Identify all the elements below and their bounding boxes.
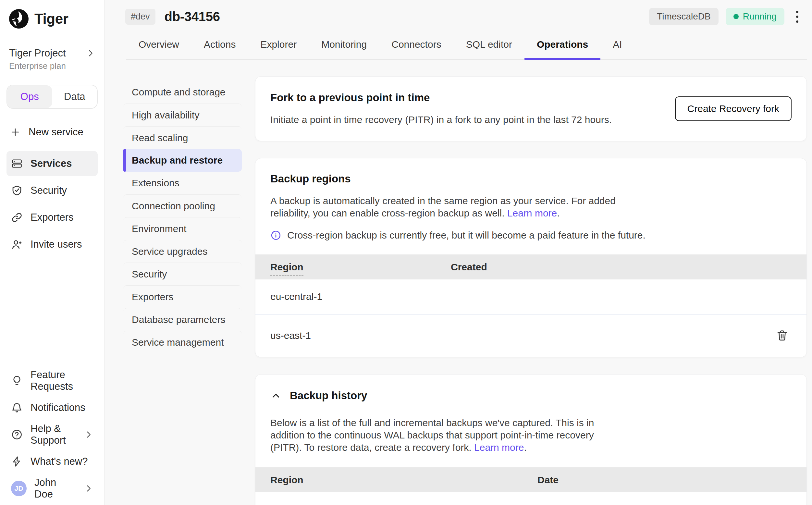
learn-more-link[interactable]: Learn more [474,442,524,453]
new-service-button[interactable]: New service [6,126,98,138]
column-header-created: Created [436,255,760,280]
fork-card-title: Fork to a previous point in time [270,92,612,104]
plus-icon [10,127,21,138]
delete-region-button[interactable] [775,328,790,343]
notifications-button[interactable]: Notifications [6,395,98,420]
learn-more-link[interactable]: Learn more [507,208,557,218]
toggle-option-ops[interactable]: Ops [7,86,52,108]
env-badge: #dev [125,9,156,25]
subnav-item-extensions[interactable]: Extensions [123,172,242,194]
create-recovery-fork-button[interactable]: Create Recovery fork [675,97,792,121]
tab-sql-editor[interactable]: SQL editor [454,39,525,59]
project-switcher[interactable]: Tiger Project [6,47,98,59]
foot-item-label: Notifications [30,402,85,413]
service-header: #dev db-34156 TimescaleDB Running [105,0,812,25]
subnav-item-compute-and-storage[interactable]: Compute and storage [123,81,242,104]
sidebar-footer: Feature Requests Notifications Help & Su… [6,368,98,501]
region-cell: eu-central-1 [255,280,436,314]
tab-connectors[interactable]: Connectors [379,39,453,59]
subnav-item-backup-and-restore[interactable]: Backup and restore [123,149,242,172]
user-name: John Doe [34,477,68,500]
created-cell [436,314,760,357]
sidebar-item-invite-users[interactable]: Invite users [6,232,98,257]
tab-monitoring[interactable]: Monitoring [309,39,379,59]
backup-regions-table: Region Created eu-central-1 us-east-1 [255,255,806,357]
tab-ai[interactable]: AI [600,39,634,59]
service-tabs: Overview Actions Explorer Monitoring Con… [126,39,807,60]
help-support-button[interactable]: Help & Support [6,422,98,447]
sidebar-item-label: Invite users [30,238,82,250]
question-circle-icon [11,429,23,441]
brand: Tiger [6,8,98,30]
info-note-text: Cross-region backup is currently free, b… [287,230,645,241]
lightbulb-icon [11,375,23,386]
table-row: eu-central-1 [255,280,806,314]
service-type-badge: TimescaleDB [649,8,718,25]
date-cell: 2025-10-06 17:53:13 GMT+3 [523,492,806,505]
status-label: Running [743,11,777,22]
subnav-item-environment[interactable]: Environment [123,217,242,240]
subnav-item-connection-pooling[interactable]: Connection pooling [123,194,242,217]
toggle-option-data[interactable]: Data [52,86,97,108]
sidebar-item-services[interactable]: Services [6,151,98,176]
sidebar-item-label: Exporters [30,212,74,223]
column-header-region: Region [255,467,523,492]
backup-regions-title: Backup regions [270,173,792,185]
trash-icon [776,329,788,341]
sidebar-item-label: Services [30,158,72,169]
foot-item-label: Help & Support [30,423,68,446]
tab-explorer[interactable]: Explorer [248,39,309,59]
subnav-item-database-parameters[interactable]: Database parameters [123,308,242,331]
status-badge: Running [726,8,784,25]
chevron-right-icon [84,484,93,493]
sidebar-item-label: Security [30,185,67,196]
region-cell: us-east-1 [255,314,436,357]
sidebar-nav: Services Security Exporters Invite users [6,151,98,257]
fork-card: Fork to a previous point in time Initiat… [255,76,807,141]
brand-name: Tiger [34,11,68,27]
collapse-backup-history-button[interactable] [270,390,281,401]
subnav-item-exporters[interactable]: Exporters [123,285,242,308]
tab-operations[interactable]: Operations [525,39,600,59]
subnav-item-read-scaling[interactable]: Read scaling [123,126,242,149]
kebab-menu-icon[interactable] [792,8,803,25]
link-icon [11,212,23,223]
avatar: JD [11,481,27,496]
chevron-up-icon [270,390,281,401]
backup-regions-description: A backup is automatically created in the… [270,195,647,219]
project-plan: Enterprise plan [6,59,98,71]
table-row: us-east-1 [255,314,806,357]
backup-history-table: Region Date eu-central-1 2025-10-06 17:5… [255,467,806,505]
ops-data-toggle: Ops Data [6,85,98,109]
sidebar-item-security[interactable]: Security [6,178,98,203]
cross-region-info-note: Cross-region backup is currently free, b… [270,230,792,241]
tab-actions[interactable]: Actions [191,39,248,59]
new-service-label: New service [29,126,83,138]
subnav-item-high-availability[interactable]: High availability [123,104,242,126]
chevron-right-icon [86,49,95,58]
page-title: db-34156 [165,9,220,24]
user-menu[interactable]: JD John Doe [6,476,98,501]
backup-history-description: Below is a list of the full and incremen… [255,402,638,454]
feature-requests-button[interactable]: Feature Requests [6,368,98,393]
subnav-item-service-management[interactable]: Service management [123,331,242,353]
whats-new-button[interactable]: What's new? [6,449,98,474]
subnav-item-security[interactable]: Security [123,263,242,285]
fork-card-description: Initiate a point in time recovery (PITR)… [270,114,612,126]
backup-history-title: Backup history [290,389,367,402]
sidebar-item-exporters[interactable]: Exporters [6,205,98,230]
foot-item-label: Feature Requests [30,369,93,392]
tab-overview[interactable]: Overview [126,39,191,59]
status-dot-icon [734,14,739,19]
project-name: Tiger Project [9,47,66,59]
shield-check-icon [11,185,23,196]
foot-item-label: What's new? [30,456,88,467]
table-row: eu-central-1 2025-10-06 17:53:13 GMT+3 [255,492,806,505]
region-cell: eu-central-1 [255,492,523,505]
subnav-item-service-upgrades[interactable]: Service upgrades [123,240,242,263]
servers-icon [11,158,23,169]
chevron-right-icon [84,430,93,439]
user-plus-icon [11,238,23,250]
operations-content: Fork to a previous point in time Initiat… [255,76,807,505]
main-area: #dev db-34156 TimescaleDB Running Overvi… [105,0,812,505]
